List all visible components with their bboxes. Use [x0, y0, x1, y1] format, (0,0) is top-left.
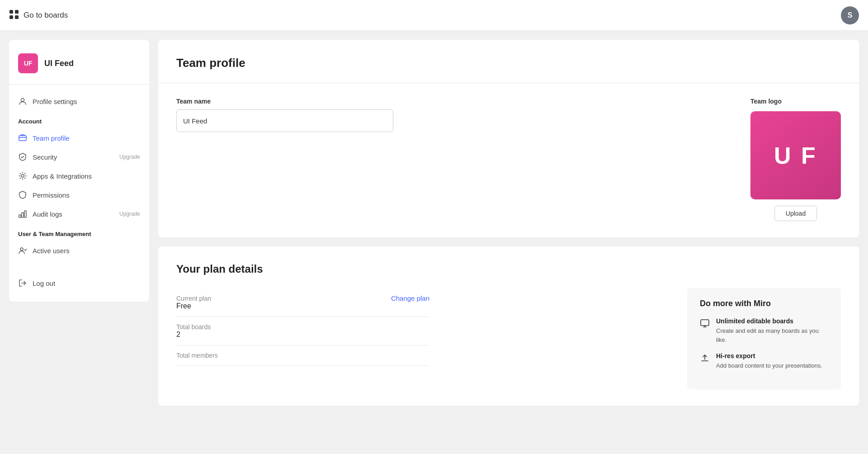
sidebar-item-apps-integrations[interactable]: Apps & Integrations — [9, 166, 149, 185]
plan-details-card: Your plan details Current plan Free Chan… — [158, 246, 859, 406]
svg-point-6 — [21, 175, 24, 177]
grid-icon — [9, 9, 19, 21]
team-logo-section: Team logo U F Upload — [750, 98, 841, 221]
security-badge: Upgrade — [119, 154, 140, 160]
apps-integrations-label: Apps & Integrations — [33, 172, 92, 180]
logout-icon — [18, 279, 27, 288]
upsell-item-text-unlimited: Unlimited editable boards Create and edi… — [716, 317, 828, 344]
plan-details-left: Current plan Free Change plan Total boar… — [176, 288, 669, 366]
chart-icon — [18, 209, 27, 218]
active-users-label: Active users — [33, 247, 70, 255]
team-logo-label: Team logo — [750, 98, 782, 105]
svg-rect-11 — [701, 320, 709, 326]
plan-layout: Current plan Free Change plan Total boar… — [176, 288, 841, 389]
brand-logo: UF — [18, 53, 38, 73]
total-members-row: Total members — [176, 345, 429, 366]
svg-point-10 — [20, 248, 23, 251]
team-profile-icon — [18, 133, 27, 142]
sidebar-divider — [9, 84, 149, 85]
sidebar-item-security[interactable]: Security Upgrade — [9, 147, 149, 166]
total-boards-value: 2 — [176, 331, 211, 339]
team-profile-content: Team name Team logo U F Upload — [176, 98, 841, 221]
top-nav-left: Go to boards — [9, 9, 68, 21]
team-profile-title: Team profile — [176, 56, 841, 70]
permissions-icon — [18, 190, 27, 199]
total-boards-row: Total boards 2 — [176, 317, 429, 345]
team-logo-preview: U F — [750, 111, 841, 199]
plan-details-title: Your plan details — [176, 263, 841, 275]
team-name-section: Team name — [176, 98, 723, 132]
change-plan-button[interactable]: Change plan — [391, 294, 429, 302]
svg-rect-5 — [19, 136, 26, 141]
upsell-title: Do more with Miro — [700, 299, 828, 308]
user-team-section-title: User & Team Management — [9, 223, 149, 241]
upsell-item-hi-res: Hi-res export Add board content to your … — [700, 352, 828, 370]
svg-rect-2 — [9, 15, 13, 19]
team-profile-label: Team profile — [33, 134, 70, 142]
person-icon — [18, 97, 27, 106]
total-members-label: Total members — [176, 352, 218, 359]
permissions-label: Permissions — [33, 191, 70, 199]
user-avatar[interactable]: S — [841, 6, 859, 24]
current-plan-group: Current plan Free — [176, 295, 211, 310]
upsell-item-desc-unlimited: Create and edit as many boards as you li… — [716, 326, 828, 344]
total-boards-label: Total boards — [176, 323, 211, 331]
security-label: Security — [33, 153, 57, 161]
main-container: UF UI Feed Profile settings Account — [0, 31, 868, 454]
upload-icon — [700, 353, 710, 363]
content-area: Team profile Team name Team logo U F Upl… — [158, 40, 859, 445]
upsell-item-desc-hires: Add board content to your presentations. — [716, 361, 822, 370]
sidebar-item-team-profile[interactable]: Team profile — [9, 128, 149, 147]
sidebar-brand: UF UI Feed — [9, 49, 149, 84]
audit-logs-badge: Upgrade — [119, 211, 140, 217]
apps-icon — [18, 171, 27, 180]
sidebar-item-profile-settings[interactable]: Profile settings — [9, 92, 149, 111]
current-plan-value: Free — [176, 302, 211, 310]
go-to-boards-label[interactable]: Go to boards — [24, 11, 68, 20]
active-users-icon — [18, 246, 27, 255]
upsell-item-text-hires: Hi-res export Add board content to your … — [716, 352, 822, 370]
monitor-icon — [700, 318, 710, 328]
account-section-title: Account — [9, 111, 149, 128]
audit-logs-label: Audit logs — [33, 210, 62, 218]
total-members-group: Total members — [176, 352, 218, 359]
svg-rect-1 — [15, 10, 19, 14]
sidebar-item-logout[interactable]: Log out — [9, 274, 149, 293]
upsell-card: Do more with Miro Unlimited editable boa… — [687, 288, 841, 389]
svg-point-4 — [21, 99, 24, 102]
upsell-item-unlimited-boards: Unlimited editable boards Create and edi… — [700, 317, 828, 344]
top-nav: Go to boards S — [0, 0, 868, 31]
logout-label: Log out — [33, 279, 55, 287]
svg-rect-7 — [19, 215, 21, 218]
team-name-label: Team name — [176, 98, 723, 105]
shield-icon — [18, 152, 27, 161]
upsell-item-title-unlimited: Unlimited editable boards — [716, 317, 828, 325]
profile-settings-label: Profile settings — [33, 98, 77, 105]
team-name-input[interactable] — [176, 109, 393, 132]
brand-name: UI Feed — [44, 59, 74, 68]
sidebar-item-active-users[interactable]: Active users — [9, 241, 149, 260]
svg-rect-8 — [22, 213, 24, 218]
svg-rect-9 — [24, 211, 26, 218]
sidebar-item-audit-logs[interactable]: Audit logs Upgrade — [9, 204, 149, 223]
svg-rect-0 — [9, 10, 13, 14]
upsell-item-title-hires: Hi-res export — [716, 352, 822, 359]
current-plan-label: Current plan — [176, 295, 211, 302]
upload-button[interactable]: Upload — [774, 206, 817, 221]
sidebar-bottom: Log out — [9, 274, 149, 293]
current-plan-row: Current plan Free Change plan — [176, 288, 429, 317]
card-divider — [158, 83, 859, 83]
svg-rect-3 — [15, 15, 19, 19]
sidebar: UF UI Feed Profile settings Account — [9, 40, 149, 302]
sidebar-item-permissions[interactable]: Permissions — [9, 185, 149, 204]
total-boards-group: Total boards 2 — [176, 323, 211, 339]
team-profile-card: Team profile Team name Team logo U F Upl… — [158, 40, 859, 237]
